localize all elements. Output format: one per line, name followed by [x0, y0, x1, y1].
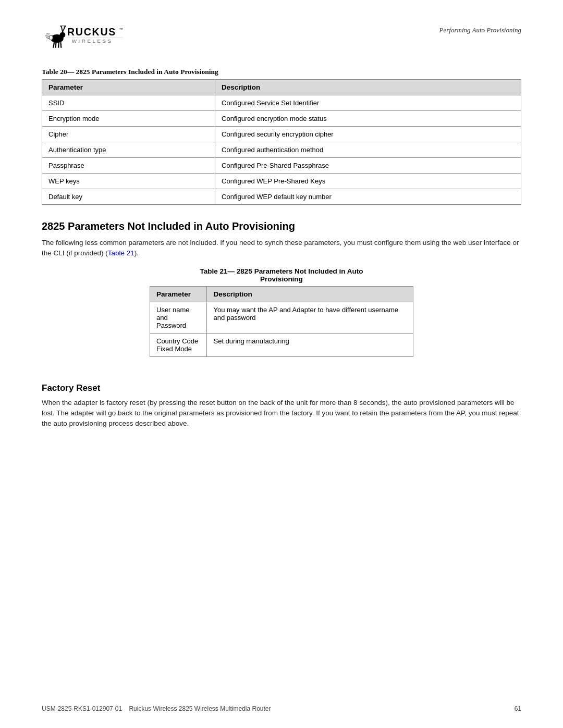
table20-desc-2: Configured security encryption cipher	[215, 127, 521, 142]
table-row: Default keyConfigured WEP default key nu…	[42, 189, 521, 205]
table21-param-1: Country Code Fixed Mode	[150, 333, 207, 356]
svg-line-7	[63, 28, 65, 32]
table20-param-3: Authentication type	[42, 142, 215, 158]
section-factory-reset-body: When the adapter is factory reset (by pr…	[42, 398, 521, 429]
section-not-included-heading: 2825 Parameters Not Included in Auto Pro…	[42, 220, 521, 232]
svg-line-3	[56, 42, 56, 48]
table-row: PassphraseConfigured Pre-Shared Passphra…	[42, 158, 521, 174]
table20-param-2: Cipher	[42, 127, 215, 142]
table21-link[interactable]: Table 21	[108, 249, 134, 257]
table-row: SSIDConfigured Service Set Identifier	[42, 95, 521, 111]
table20-param-5: WEP keys	[42, 174, 215, 189]
table20-desc-5: Configured WEP Pre-Shared Keys	[215, 174, 521, 189]
svg-line-4	[58, 42, 59, 48]
table21-param-0: User name and Password	[150, 302, 207, 333]
header-context: Performing Auto Provisioning	[439, 21, 521, 34]
page-header: RUCKUS ™ WIRELESS Performing Auto Provis…	[42, 21, 521, 52]
table20-param-6: Default key	[42, 189, 215, 205]
page-footer: USM-2825-RKS1-012907-01 Ruickus Wireless…	[42, 705, 521, 712]
table20-col2-header: Description	[215, 80, 521, 95]
svg-text:RUCKUS: RUCKUS	[67, 26, 116, 38]
table-row: Encryption modeConfigured encryption mod…	[42, 111, 521, 127]
svg-text:™: ™	[119, 28, 123, 32]
table-row: Country Code Fixed ModeSet during manufa…	[150, 333, 413, 356]
svg-line-5	[60, 42, 61, 48]
svg-line-11	[64, 25, 65, 28]
svg-point-12	[49, 35, 53, 40]
table21-col1-header: Parameter	[150, 286, 207, 302]
footer-doc-id: USM-2825-RKS1-012907-01 Ruickus Wireless…	[42, 705, 271, 712]
table21-caption: Table 21— 2825 Parameters Not Included i…	[200, 267, 363, 283]
table20-desc-4: Configured Pre-Shared Passphrase	[215, 158, 521, 174]
logo-area: RUCKUS ™ WIRELESS	[42, 21, 125, 52]
table20-desc-3: Configured authentication method	[215, 142, 521, 158]
table-20: Parameter Description SSIDConfigured Ser…	[42, 79, 521, 205]
table-21: Parameter Description User name and Pass…	[150, 286, 413, 357]
table-row: WEP keysConfigured WEP Pre-Shared Keys	[42, 174, 521, 189]
table20-col1-header: Parameter	[42, 80, 215, 95]
table-row: CipherConfigured security encryption cip…	[42, 127, 521, 142]
table20-param-1: Encryption mode	[42, 111, 215, 127]
table20-param-4: Passphrase	[42, 158, 215, 174]
footer-page-num: 61	[515, 705, 521, 712]
table21-desc-1: Set during manufacturing	[207, 333, 413, 356]
svg-line-9	[62, 25, 62, 27]
table20-desc-0: Configured Service Set Identifier	[215, 95, 521, 111]
table20-param-0: SSID	[42, 95, 215, 111]
svg-point-1	[60, 32, 66, 38]
svg-line-14	[45, 36, 49, 36]
svg-text:WIRELESS: WIRELESS	[72, 38, 113, 44]
section-not-included-body: The following less common parameters are…	[42, 238, 521, 259]
table20-caption: Table 20— 2825 Parameters Included in Au…	[42, 68, 521, 76]
svg-line-2	[53, 42, 54, 48]
table21-wrapper: Table 21— 2825 Parameters Not Included i…	[42, 267, 521, 373]
section-factory-reset-heading: Factory Reset	[42, 383, 521, 393]
table21-col2-header: Description	[207, 286, 413, 302]
ruckus-logo: RUCKUS ™ WIRELESS	[42, 21, 125, 52]
table-row: User name and PasswordYou may want the A…	[150, 302, 413, 333]
table-row: Authentication typeConfigured authentica…	[42, 142, 521, 158]
table21-desc-0: You may want the AP and Adapter to have …	[207, 302, 413, 333]
table20-desc-6: Configured WEP default key number	[215, 189, 521, 205]
table20-desc-1: Configured encryption mode status	[215, 111, 521, 127]
